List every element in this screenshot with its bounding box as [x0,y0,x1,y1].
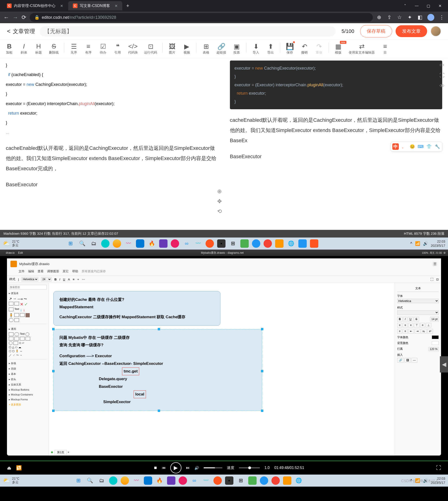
preview-icon[interactable]: 👁 [439,83,445,89]
close-icon[interactable]: ✕ [115,4,118,8]
app-icon[interactable] [248,476,256,485]
app-icon[interactable] [159,239,167,248]
panel-tab[interactable]: 文本 [397,285,439,292]
app-icon[interactable] [167,476,176,485]
section-label[interactable]: ▸ 基本 [9,371,47,377]
align-top-icon[interactable]: ⊤ [414,323,419,328]
section-label[interactable]: ▸ Mockup Forms [9,397,47,402]
app-icon[interactable]: 〰 [194,239,202,248]
side-tab[interactable]: ◀ [440,356,448,373]
menu-arrange[interactable]: 调整图形 [47,269,59,273]
app-icon[interactable] [113,239,121,248]
strike-icon[interactable]: S [414,317,419,321]
selection-handle[interactable] [52,370,54,372]
italic-icon[interactable]: I [59,278,60,281]
tray-icon[interactable]: ^ [410,241,412,246]
shape-palette[interactable]: Text↓↓ [9,308,47,313]
share-icon[interactable]: ⇪ [386,15,392,20]
menu-help[interactable]: 帮助 [72,269,78,273]
chrome-icon[interactable]: 🌐 [287,239,295,248]
ul-button[interactable]: ☰无序 [67,41,81,56]
app-icon[interactable] [272,476,280,485]
bold-icon[interactable]: B [54,278,56,281]
shape-palette[interactable]: ◇▱ [9,341,47,345]
split-icon[interactable]: ▭ [439,62,445,68]
shape-palette[interactable] [9,318,47,322]
todo-button[interactable]: ☑待办 [96,41,110,56]
eject-icon[interactable]: ⏏ [7,465,11,471]
browser-tab-1[interactable]: C 写文章-CSDN博客 ✕ [68,1,123,10]
play-button[interactable]: ▶ [170,462,181,473]
back-arrow-icon[interactable]: < [7,28,10,35]
heading-button[interactable]: H标题 [32,41,46,56]
richtext-button[interactable]: ⇄使用富文本编辑器 [346,41,377,56]
app-icon[interactable] [206,239,214,248]
app-icon[interactable]: ⊞ [229,239,237,248]
bold-icon[interactable]: B [397,317,402,321]
strike-button[interactable]: S删除线 [46,41,62,56]
app-icon[interactable] [298,239,307,248]
volume-slider[interactable] [204,467,222,468]
app-icon[interactable] [283,476,291,485]
close-icon[interactable]: ✕ [60,4,63,8]
sync-icon[interactable]: ⟲ [217,208,222,215]
loop-icon[interactable]: 🔁 [16,465,22,471]
align-center-icon[interactable]: ≡ [403,323,408,328]
new-tab-button[interactable]: + [123,3,133,9]
shape-palette[interactable]: 🧍 [9,313,47,317]
stop-icon[interactable]: ⏹ [154,466,157,470]
shape-palette[interactable]: ↗→⟶⤳ [9,297,47,301]
selection-handle[interactable] [261,370,263,372]
shape-palette[interactable]: ⬠⬡🧍↔ [9,349,47,353]
app-icon[interactable]: 〰 [202,476,210,485]
app-icon[interactable] [240,239,249,248]
image-icon[interactable]: 🖼 [405,358,411,362]
app-icon[interactable]: ▪ [217,239,225,248]
bookmark-icon[interactable]: ☆ [397,15,402,20]
app-icon[interactable]: ∞ [190,476,199,485]
menu-extras[interactable]: 其它 [63,269,69,273]
fullscreen-icon[interactable]: ⛶ [439,72,445,78]
menu-icon[interactable]: ⋮ [439,15,445,20]
app-icon[interactable]: ⊞ [237,476,245,485]
selection-handle[interactable] [52,328,54,330]
explorer-icon[interactable]: 🗂 [97,476,106,485]
link-icon[interactable]: 🔗 [397,358,404,362]
selection-handle[interactable] [261,328,263,330]
add-icon[interactable]: + [77,278,79,281]
shape-palette[interactable]: ⬡△⬭☁ [9,345,47,349]
align-icon[interactable]: ≡ [73,278,75,281]
weather-widget[interactable]: ⛅ 21°C多云 [3,240,19,248]
ime-keyboard-icon[interactable]: ⌨ [417,143,424,150]
selection-handle[interactable] [261,410,263,412]
app-icon[interactable]: ▪ [225,476,233,485]
ol-button[interactable]: ≡有序 [81,41,95,56]
italic-icon[interactable]: I [403,317,407,321]
app-icon[interactable] [213,476,222,485]
code-button[interactable]: </>代码块 [125,41,141,56]
underline-icon[interactable]: U [63,278,65,281]
ol-icon[interactable]: ≡ [397,329,402,333]
app-icon[interactable]: 🔥 [147,239,156,248]
lineheight-input[interactable]: 120 % [429,347,439,351]
speed-slider[interactable] [239,467,260,468]
start-icon[interactable]: ⊞ [74,476,83,485]
more-icon[interactable]: ⋯ [82,278,85,281]
ime-lang-icon[interactable]: 中 [392,143,399,150]
app-icon[interactable] [171,239,179,248]
vote-button[interactable]: ▣投票 [230,41,244,56]
import-button[interactable]: ⬇导入 [249,41,263,56]
style-select[interactable] [397,310,439,315]
publish-button[interactable]: 发布文章 [396,25,427,37]
app-icon[interactable] [310,239,318,248]
app-icon[interactable] [179,476,187,485]
catalog-button[interactable]: ≡目 [378,41,392,56]
shape-palette[interactable]: Text [9,332,47,336]
sub-icon[interactable]: x₂ [421,329,427,333]
translate-icon[interactable]: ⊕ [376,15,382,20]
search-icon[interactable]: 🔍 [78,239,86,248]
save-button[interactable]: 💾保存 [283,41,297,56]
ime-clothes-icon[interactable]: 👕 [426,143,432,150]
align-left-icon[interactable]: ≡ [397,323,402,328]
font-color-swatch[interactable] [432,335,439,339]
